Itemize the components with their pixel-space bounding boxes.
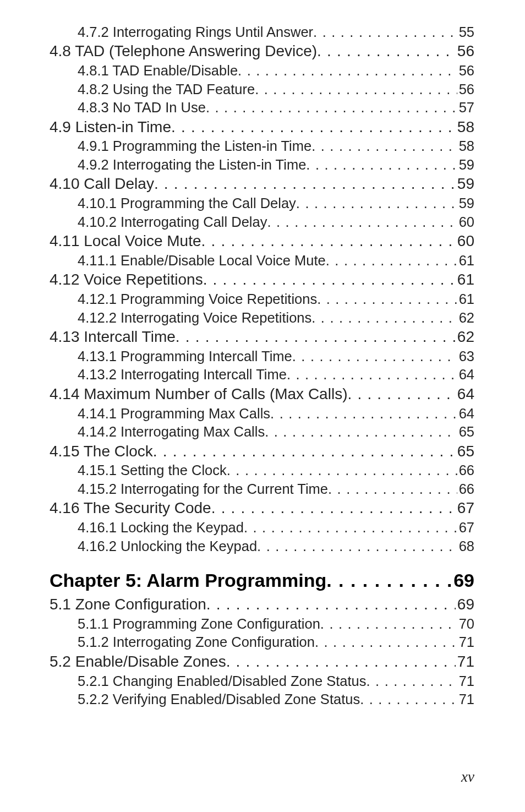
- leader-dots: [270, 405, 457, 423]
- toc-entry-title: 4.12.2 Interrogating Voice Repetitions: [78, 309, 311, 327]
- leader-dots: [360, 690, 457, 709]
- toc-subsection: 4.8.2 Using the TAD Feature 56: [50, 80, 474, 99]
- toc-entry-page: 62: [456, 327, 474, 347]
- leader-dots: [306, 156, 457, 174]
- toc-entry-page: 67: [457, 519, 474, 537]
- toc-entry-title: 4.11 Local Voice Mute: [50, 231, 201, 252]
- leader-dots: [311, 137, 457, 155]
- leader-dots: [211, 498, 456, 519]
- toc-subsection: 4.13.2 Interrogating Intercall Time 64: [50, 366, 474, 384]
- toc-entry-page: 64: [457, 405, 474, 423]
- toc-entry-page: 65: [457, 423, 474, 441]
- toc-entry-title: 4.8.3 No TAD In Use: [78, 99, 206, 117]
- leader-dots: [226, 652, 456, 672]
- toc-entry-title: Chapter 5: Alarm Programming: [50, 570, 326, 591]
- leader-dots: [227, 461, 457, 479]
- toc-subsection: 5.1.1 Programming Zone Configuration 70: [50, 615, 474, 633]
- toc-entry-title: 5.1 Zone Configuration: [50, 595, 206, 615]
- toc-subsection: 5.1.2 Interrogating Zone Configuration 7…: [50, 633, 474, 651]
- leader-dots: [244, 519, 457, 537]
- leader-dots: [317, 290, 457, 308]
- toc-subsection: 4.12.2 Interrogating Voice Repetitions 6…: [50, 309, 474, 327]
- leader-dots: [328, 480, 457, 498]
- leader-dots: [203, 270, 456, 290]
- leader-dots: [257, 537, 457, 555]
- toc-entry-title: 4.7.2 Interrogating Rings Until Answer: [78, 23, 313, 41]
- toc-entry-title: 4.8 TAD (Telephone Answering Device): [50, 41, 317, 62]
- toc-entry-title: 4.10 Call Delay: [50, 174, 154, 194]
- toc-section: 4.10 Call Delay 59: [50, 174, 474, 194]
- leader-dots: [292, 347, 457, 366]
- toc-section: 4.16 The Security Code 67: [50, 498, 474, 519]
- leader-dots: [201, 231, 456, 252]
- toc-entry-page: 61: [456, 270, 474, 290]
- leader-dots: [313, 23, 457, 41]
- toc-entry-page: 55: [457, 23, 474, 41]
- toc-entry-page: 67: [456, 498, 474, 519]
- toc-subsection: 4.8.3 No TAD In Use 57: [50, 99, 474, 117]
- toc-subsection: 4.7.2 Interrogating Rings Until Answer 5…: [50, 23, 474, 41]
- toc-entry-page: 59: [457, 156, 474, 174]
- toc-subsection: 4.15.1 Setting the Clock 66: [50, 461, 474, 479]
- toc-entry-title: 4.11.1 Enable/Disable Local Voice Mute: [78, 252, 326, 270]
- leader-dots: [317, 41, 456, 62]
- toc-entry-title: 4.9.1 Programming the Listen-in Time: [78, 137, 311, 155]
- leader-dots: [367, 672, 457, 690]
- toc-subsection: 4.15.2 Interrogating for the Current Tim…: [50, 480, 474, 498]
- toc-section: 4.11 Local Voice Mute 60: [50, 231, 474, 252]
- toc-section: 5.2 Enable/Disable Zones 71: [50, 652, 474, 672]
- toc-entry-title: 4.15 The Clock: [50, 442, 153, 462]
- toc-section: 4.14 Maximum Number of Calls (Max Calls)…: [50, 384, 474, 405]
- leader-dots: [326, 252, 457, 270]
- toc-entry-page: 66: [457, 461, 474, 479]
- toc-entry-title: 4.13.2 Interrogating Intercall Time: [78, 366, 287, 384]
- toc-entry-page: 69: [456, 595, 474, 615]
- toc-entry-title: 5.2 Enable/Disable Zones: [50, 652, 226, 672]
- leader-dots: [176, 327, 456, 347]
- toc-section: 5.1 Zone Configuration 69: [50, 595, 474, 615]
- toc-subsection: 4.12.1 Programming Voice Repetitions 61: [50, 290, 474, 308]
- toc-entry-page: 59: [456, 174, 474, 194]
- toc-entry-page: 64: [457, 366, 474, 384]
- leader-dots: [311, 309, 457, 327]
- toc-subsection: 4.16.1 Locking the Keypad 67: [50, 519, 474, 537]
- leader-dots: [153, 442, 456, 462]
- leader-dots: [320, 615, 457, 633]
- toc-entry-title: 4.16.1 Locking the Keypad: [78, 519, 244, 537]
- toc-entry-title: 4.12.1 Programming Voice Repetitions: [78, 290, 317, 308]
- toc-entry-page: 71: [456, 652, 474, 672]
- toc-entry-title: 4.8.1 TAD Enable/Disable: [78, 62, 238, 80]
- toc-entry-title: 5.1.2 Interrogating Zone Configuration: [78, 633, 315, 651]
- toc-entry-title: 5.2.1 Changing Enabled/Disabled Zone Sta…: [78, 672, 367, 690]
- leader-dots: [315, 633, 457, 651]
- toc-section: 4.12 Voice Repetitions 61: [50, 270, 474, 290]
- toc-entry-page: 60: [457, 213, 474, 231]
- toc-entry-page: 61: [457, 252, 474, 270]
- toc-entry-page: 57: [457, 99, 474, 117]
- leader-dots: [206, 99, 457, 117]
- toc-subsection: 4.9.2 Interrogating the Listen-in Time 5…: [50, 156, 474, 174]
- toc-entry-title: 4.12 Voice Repetitions: [50, 270, 203, 290]
- leader-dots: [267, 213, 457, 231]
- leader-dots: [171, 117, 456, 138]
- leader-dots: [154, 174, 456, 194]
- page-folio: xv: [461, 769, 474, 786]
- toc-section: 4.15 The Clock 65: [50, 442, 474, 462]
- toc-subsection: 4.10.1 Programming the Call Delay 59: [50, 194, 474, 212]
- toc-entry-page: 65: [456, 442, 474, 462]
- toc-subsection: 4.11.1 Enable/Disable Local Voice Mute 6…: [50, 252, 474, 270]
- toc-entry-page: 58: [457, 137, 474, 155]
- toc-entry-title: 4.15.1 Setting the Clock: [78, 461, 227, 479]
- toc-section: 4.13 Intercall Time 62: [50, 327, 474, 347]
- toc-entry-page: 71: [457, 672, 474, 690]
- toc-entry-page: 69: [451, 570, 474, 591]
- toc-entry-page: 68: [457, 537, 474, 555]
- toc-entry-title: 4.10.1 Programming the Call Delay: [78, 194, 296, 212]
- table-of-contents: 4.7.2 Interrogating Rings Until Answer 5…: [50, 23, 474, 709]
- leader-dots: [238, 62, 457, 80]
- leader-dots: [255, 80, 457, 99]
- toc-entry-title: 4.8.2 Using the TAD Feature: [78, 80, 255, 99]
- toc-entry-title: 4.9 Listen-in Time: [50, 117, 171, 138]
- toc-entry-page: 56: [457, 62, 474, 80]
- toc-entry-page: 70: [457, 615, 474, 633]
